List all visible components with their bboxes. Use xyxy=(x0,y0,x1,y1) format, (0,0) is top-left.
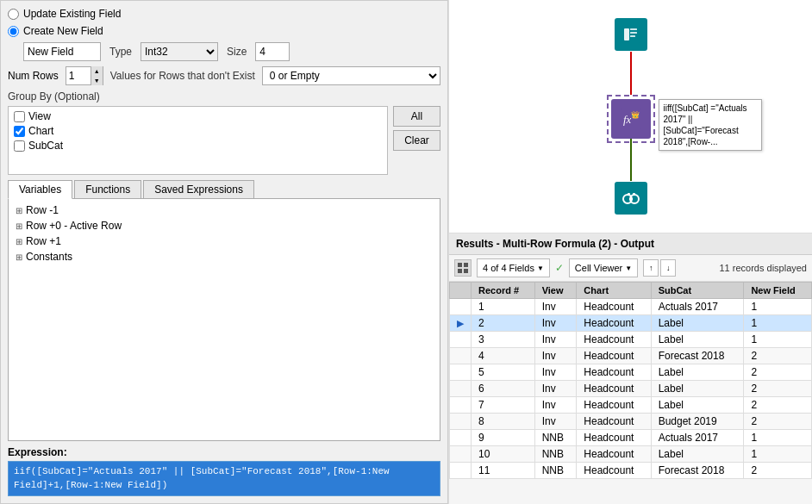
expand-icon-row-plus1: ⊞ xyxy=(16,237,22,246)
cell-view: Inv xyxy=(534,315,577,332)
checkbox-view-label: View xyxy=(28,110,51,122)
cell-viewer-dropdown-button[interactable]: Cell Viewer ▼ xyxy=(569,258,638,277)
tab-variables[interactable]: Variables xyxy=(8,180,72,199)
binoculars-svg-icon xyxy=(620,187,642,209)
formula-node-icon: fx 👑 xyxy=(611,99,651,139)
cell-id: 9 xyxy=(472,430,535,446)
check-icon: ✓ xyxy=(555,262,564,274)
fields-dropdown-button[interactable]: 4 of 4 Fields ▼ xyxy=(477,258,550,277)
col-header-view[interactable]: View xyxy=(534,283,577,299)
row-arrow-cell xyxy=(450,463,472,479)
results-area: Results - Multi-Row Formula (2) - Output… xyxy=(448,233,812,504)
checkbox-chart-input[interactable] xyxy=(14,126,25,137)
svg-rect-15 xyxy=(633,193,635,196)
values-dropdown[interactable]: 0 or Empty Null xyxy=(262,66,440,85)
checkbox-view: View xyxy=(14,110,382,122)
spinner-up[interactable]: ▲ xyxy=(91,66,103,76)
binoculars-node-icon xyxy=(615,182,647,215)
sort-down-button[interactable]: ↓ xyxy=(660,259,676,277)
workflow-node-binoculars[interactable] xyxy=(614,181,648,215)
results-header: Results - Multi-Row Formula (2) - Output xyxy=(449,233,812,255)
right-panel: fx 👑 iiff([SubCat] ="Actuals 2017" || [S… xyxy=(448,0,812,504)
col-header-record[interactable]: Record # xyxy=(472,283,535,299)
cell-id: 10 xyxy=(472,446,535,463)
table-row[interactable]: 4InvHeadcountForecast 20182 xyxy=(450,348,812,364)
table-row[interactable]: 8InvHeadcountBudget 20192 xyxy=(450,414,812,430)
table-row[interactable]: 3InvHeadcountLabel1 xyxy=(450,332,812,348)
tab-saved-expressions[interactable]: Saved Expressions xyxy=(143,180,254,198)
type-select[interactable]: Int32 Int64 Float String xyxy=(141,42,218,61)
group-by-buttons: All Clear xyxy=(393,106,440,175)
tree-item-row-minus1[interactable]: ⊞ Row -1 xyxy=(12,202,436,218)
clear-button[interactable]: Clear xyxy=(393,130,440,151)
workflow-tooltip-text: iiff([SubCat] ="Actuals 2017" || [SubCat… xyxy=(664,103,747,146)
tree-label-row-plus1: Row +1 xyxy=(26,235,61,247)
update-existing-radio[interactable] xyxy=(8,9,19,20)
col-header-newfield[interactable]: New Field xyxy=(744,283,812,299)
row-arrow-cell xyxy=(450,430,472,446)
spinner-down[interactable]: ▼ xyxy=(91,76,103,85)
row-arrow-cell xyxy=(450,381,472,397)
field-type-row: Type Int32 Int64 Float String Size xyxy=(23,42,440,61)
table-row[interactable]: 1InvHeadcountActuals 20171 xyxy=(450,299,812,315)
cell-chart: Headcount xyxy=(577,446,651,463)
workflow-node-book[interactable] xyxy=(614,17,648,52)
sort-up-button[interactable]: ↑ xyxy=(643,259,659,277)
row-arrow-cell xyxy=(450,414,472,430)
expand-icon-constants: ⊞ xyxy=(16,252,22,262)
checkbox-subcat: SubCat xyxy=(14,140,382,152)
col-header-arrow xyxy=(450,283,472,299)
tree-item-constants[interactable]: ⊞ Constants xyxy=(12,249,436,264)
cell-subcat: Forecast 2018 xyxy=(651,348,744,364)
results-tbody: 1InvHeadcountActuals 20171▶2InvHeadcount… xyxy=(450,299,812,479)
table-row[interactable]: 9NNBHeadcountActuals 20171 xyxy=(450,430,812,446)
formula-svg-icon: fx 👑 xyxy=(619,107,643,131)
sort-buttons: ↑ ↓ xyxy=(643,259,676,277)
row-arrow-cell xyxy=(450,299,472,315)
svg-rect-3 xyxy=(624,28,629,40)
checkbox-view-input[interactable] xyxy=(14,111,25,122)
new-field-input[interactable] xyxy=(23,42,101,61)
table-row[interactable]: 11NNBHeadcountForecast 20182 xyxy=(450,463,812,479)
table-row[interactable]: ▶2InvHeadcountLabel1 xyxy=(450,315,812,332)
results-toolbar: 4 of 4 Fields ▼ ✓ Cell Viewer ▼ ↑ ↓ 11 r… xyxy=(449,255,812,282)
size-input[interactable] xyxy=(255,42,290,61)
tab-functions[interactable]: Functions xyxy=(74,180,141,198)
values-label: Values for Rows that don't Exist xyxy=(110,70,255,82)
num-rows-label: Num Rows xyxy=(8,70,59,82)
all-button[interactable]: All xyxy=(393,106,440,127)
num-rows-input[interactable] xyxy=(66,67,91,84)
svg-rect-18 xyxy=(458,269,462,273)
col-header-chart[interactable]: Chart xyxy=(577,283,651,299)
table-row[interactable]: 6InvHeadcountLabel2 xyxy=(450,381,812,397)
tree-label-row-active: Row +0 - Active Row xyxy=(26,220,122,232)
cell-id: 8 xyxy=(472,414,535,430)
table-row[interactable]: 10NNBHeadcountLabel1 xyxy=(450,446,812,463)
create-new-radio[interactable] xyxy=(8,26,19,37)
tree-item-row-plus1[interactable]: ⊞ Row +1 xyxy=(12,233,436,249)
cell-subcat: Label xyxy=(651,315,744,332)
checkbox-subcat-input[interactable] xyxy=(14,140,25,152)
workflow-canvas: fx 👑 iiff([SubCat] ="Actuals 2017" || [S… xyxy=(562,13,700,220)
expression-box[interactable]: iif([SubCat]="Actuals 2017" || [SubCat]=… xyxy=(8,461,440,496)
col-header-subcat[interactable]: SubCat xyxy=(651,283,744,299)
cell-subcat: Label xyxy=(651,397,744,414)
book-node-icon xyxy=(615,18,647,51)
table-row[interactable]: 5InvHeadcountLabel2 xyxy=(450,364,812,381)
cell-viewer-label: Cell Viewer xyxy=(575,263,622,273)
group-by-label: Group By (Optional) xyxy=(8,90,440,103)
toolbar-grid-icon[interactable] xyxy=(454,259,472,277)
row-arrow-cell xyxy=(450,446,472,463)
workflow-node-formula-wrap[interactable]: fx 👑 xyxy=(607,95,655,143)
table-row[interactable]: 7InvHeadcountLabel2 xyxy=(450,397,812,414)
cell-newField: 1 xyxy=(744,299,812,315)
cell-subcat: Label xyxy=(651,364,744,381)
cell-chart: Headcount xyxy=(577,381,651,397)
cell-id: 3 xyxy=(472,332,535,348)
cell-viewer-arrow: ▼ xyxy=(625,264,632,272)
svg-rect-13 xyxy=(629,198,633,200)
cell-chart: Headcount xyxy=(577,414,651,430)
tree-item-row-active[interactable]: ⊞ Row +0 - Active Row xyxy=(12,218,436,233)
cell-view: Inv xyxy=(534,381,577,397)
tab-content-variables: ⊞ Row -1 ⊞ Row +0 - Active Row ⊞ Row +1 … xyxy=(8,199,440,441)
